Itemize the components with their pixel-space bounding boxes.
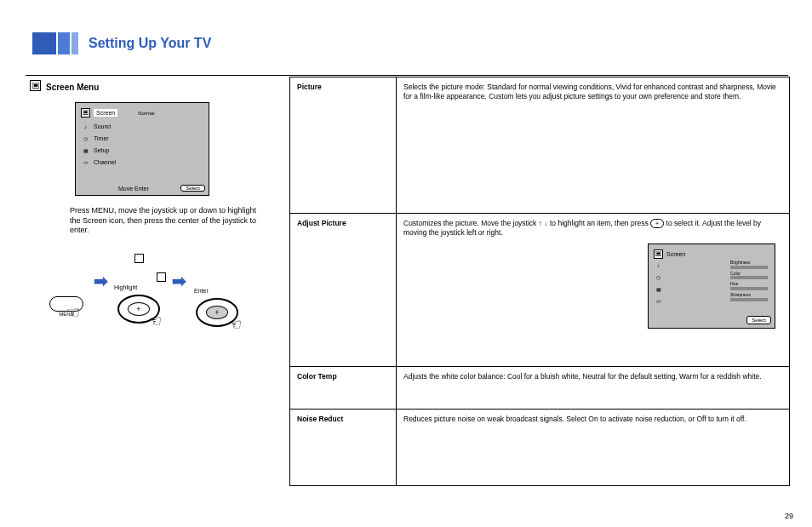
timer-icon: ◷: [81, 134, 90, 143]
lcd-menu-row: ◷ Timer: [81, 134, 109, 143]
option-desc-cell: Reduces picture noise on weak broadcast …: [397, 410, 790, 486]
lcd-row-label: Screen: [94, 109, 117, 117]
arrow-up-icon: ↑: [539, 219, 542, 227]
bar-label: Sharpness: [730, 292, 768, 298]
setup-icon: ▦: [81, 146, 90, 155]
level-bar: [730, 298, 768, 301]
timer-icon: ◷: [654, 273, 663, 283]
section-title: Setting Up Your TV: [89, 36, 211, 51]
lcd-preview-screen: Screen Normal ♪ Sound ◷ Timer ▦ Setup ▭ …: [75, 102, 209, 196]
lcd-menu-row: ♪: [654, 261, 663, 271]
bar-label: Color: [730, 271, 768, 277]
joystick-center-pressed: +: [206, 306, 228, 319]
screen-icon: [81, 108, 90, 117]
lcd-menu-row: ▦ Setup: [81, 146, 109, 155]
page-number: 29: [785, 512, 793, 520]
dpad-label: Enter: [194, 288, 209, 294]
option-desc-cell: Selects the picture mode: Standard for n…: [397, 77, 790, 214]
lcd-row-label: Screen: [666, 250, 685, 258]
hand-pointer-icon: ☜: [228, 315, 242, 334]
bar-segment: [58, 32, 70, 54]
lcd-row-label: Channel: [94, 159, 116, 165]
desc-text: Customizes the picture. Move the joystic…: [403, 219, 539, 227]
hand-pointer-icon: ☜: [66, 303, 80, 322]
level-bar: [730, 276, 768, 279]
options-table: Picture Selects the picture mode: Standa…: [289, 77, 790, 486]
arrow-down-icon: ↓: [544, 219, 547, 227]
channel-icon: ▭: [654, 297, 663, 306]
mini-screen-icon: [157, 272, 166, 282]
desc-text: to highlight an item, then press: [550, 219, 650, 227]
svg-rect-3: [83, 111, 87, 113]
arrow-right-icon: ➡: [94, 271, 108, 291]
lcd-menu-row: ◷: [654, 273, 663, 283]
dpad-label: Highlight: [114, 284, 137, 290]
channel-icon: ▭: [81, 158, 90, 167]
option-name-cell: Adjust Picture: [290, 214, 397, 367]
lcd-select-button: Select: [180, 185, 205, 192]
sound-icon: ♪: [81, 122, 90, 131]
joystick-center: +: [128, 302, 150, 316]
svg-rect-1: [33, 83, 37, 86]
mini-screen-icon: [134, 254, 144, 263]
table-row: Color Temp Adjusts the white color balan…: [290, 367, 790, 410]
screen-menu-heading: Screen Menu: [46, 83, 99, 92]
adjustment-bars: Brightness Color Hue Sharpness: [730, 260, 768, 303]
bar-segment: [32, 32, 56, 54]
option-desc-cell: Adjusts the white color balance: Cool fo…: [397, 367, 790, 410]
lcd-row-label: Sound: [94, 123, 111, 129]
lcd-select-button: Select: [746, 316, 771, 324]
lcd-menu-row: Screen Normal: [81, 108, 155, 117]
horizontal-rule: [26, 75, 788, 76]
lcd-menu-row: ▭: [654, 297, 663, 306]
lcd-preview-screen-small: Screen ♪ ◷ ▦ ▭ Brightness: [648, 243, 775, 329]
lcd-menu-row: Screen: [654, 249, 685, 259]
lcd-menu-row: ▭ Channel: [81, 158, 116, 167]
lcd-menu-row: ▦: [654, 285, 663, 295]
enter-button-inline: +: [650, 219, 664, 228]
option-name-cell: Picture: [290, 77, 397, 214]
screen-icon: [654, 249, 663, 259]
lcd-bottom-nav: Move Enter: [118, 186, 149, 192]
menu-button-illustration: MENU ☜: [49, 296, 83, 317]
lcd-row-sub: Normal: [138, 111, 154, 116]
lcd-row-label: Setup: [94, 147, 109, 153]
lcd-menu-row: ♪ Sound: [81, 122, 111, 131]
bar-label: Hue: [730, 281, 768, 287]
hand-pointer-icon: ☜: [148, 312, 162, 330]
instruction-text: Press MENU, move the joystick up or down…: [70, 206, 257, 236]
bar-segment: [71, 32, 78, 54]
header-color-bars: [32, 32, 78, 54]
level-bar: [730, 287, 768, 290]
sound-icon: ♪: [654, 261, 663, 271]
bar-label: Brightness: [730, 260, 768, 266]
screen-menu-icon: [30, 80, 41, 91]
option-name-cell: Noise Reduct: [290, 410, 397, 486]
setup-icon: ▦: [654, 285, 663, 295]
option-name-cell: Color Temp: [290, 367, 397, 410]
table-row: Picture Selects the picture mode: Standa…: [290, 77, 790, 214]
svg-rect-5: [656, 252, 660, 255]
arrow-right-icon: ➡: [172, 271, 186, 291]
option-desc-cell: Customizes the picture. Move the joystic…: [397, 214, 790, 367]
lcd-row-label: Timer: [94, 135, 109, 141]
level-bar: [730, 266, 768, 269]
table-row: Noise Reduct Reduces picture noise on we…: [290, 410, 790, 486]
controls-illustration: MENU ☜ ➡ ➡ Highlight + ☜ Enter + ☜: [49, 254, 254, 356]
table-row: Adjust Picture Customizes the picture. M…: [290, 214, 790, 367]
